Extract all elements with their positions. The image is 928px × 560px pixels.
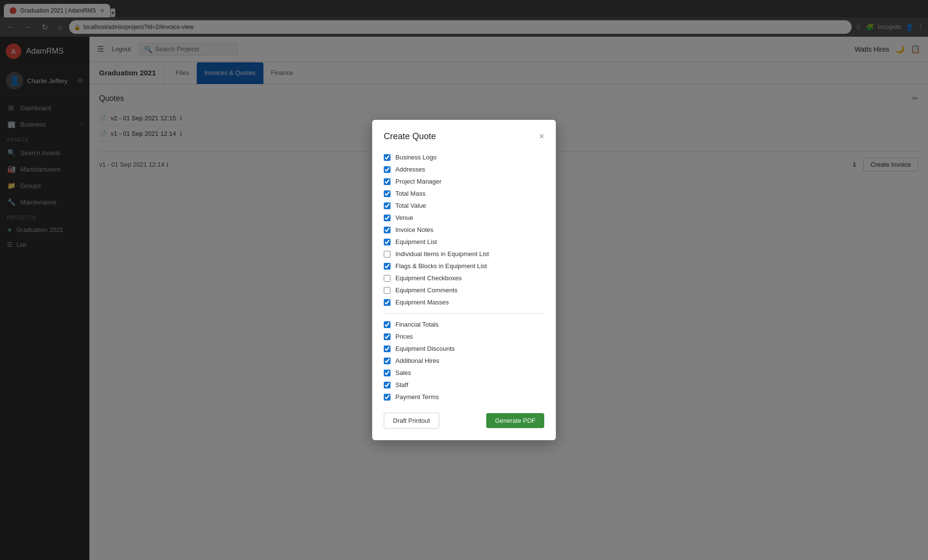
checkbox-addresses: Addresses xyxy=(384,163,544,175)
modal-title: Create Quote xyxy=(384,131,436,142)
modal-body: Business Logo Addresses Project Manager … xyxy=(384,151,544,403)
checkbox-input-venue[interactable] xyxy=(384,215,391,221)
checkbox-staff: Staff xyxy=(384,379,544,391)
checkbox-input-individual-items[interactable] xyxy=(384,251,391,258)
checkbox-input-project-manager[interactable] xyxy=(384,178,391,185)
checkbox-equipment-checkboxes: Equipment Checkboxes xyxy=(384,272,544,284)
checkbox-input-addresses[interactable] xyxy=(384,166,391,173)
modal-overlay: Create Quote × Business Logo Addresses P… xyxy=(0,0,928,560)
checkbox-input-sales[interactable] xyxy=(384,370,391,376)
checkbox-input-business-logo[interactable] xyxy=(384,154,391,161)
checkbox-label-equipment-list[interactable]: Equipment List xyxy=(395,238,437,245)
checkbox-label-total-mass[interactable]: Total Mass xyxy=(395,190,425,197)
checkbox-input-payment-terms[interactable] xyxy=(384,394,391,401)
checkbox-label-equipment-discounts[interactable]: Equipment Discounts xyxy=(395,345,455,352)
checkbox-equipment-comments: Equipment Comments xyxy=(384,284,544,296)
checkbox-label-project-manager[interactable]: Project Manager xyxy=(395,178,441,185)
checkbox-label-invoice-notes[interactable]: Invoice Notes xyxy=(395,226,434,233)
checkbox-input-total-value[interactable] xyxy=(384,202,391,209)
checkbox-input-additional-hires[interactable] xyxy=(384,358,391,364)
create-quote-modal: Create Quote × Business Logo Addresses P… xyxy=(372,120,556,440)
checkbox-label-business-logo[interactable]: Business Logo xyxy=(395,154,436,161)
checkbox-label-flags-blocks[interactable]: Flags & Blocks in Equipment List xyxy=(395,262,487,270)
checkbox-input-equipment-comments[interactable] xyxy=(384,287,391,294)
modal-footer: Draft Printout Generate PDF xyxy=(384,413,544,429)
checkbox-label-sales[interactable]: Sales xyxy=(395,369,411,376)
checkbox-input-financial-totals[interactable] xyxy=(384,321,391,328)
checkbox-label-staff[interactable]: Staff xyxy=(395,381,408,388)
checkbox-flags-blocks: Flags & Blocks in Equipment List xyxy=(384,260,544,272)
checkbox-label-individual-items[interactable]: Individual Items in Equipment List xyxy=(395,250,489,258)
checkbox-label-equipment-checkboxes[interactable]: Equipment Checkboxes xyxy=(395,274,462,282)
checkbox-additional-hires: Additional Hires xyxy=(384,355,544,367)
checkbox-prices: Prices xyxy=(384,330,544,343)
checkbox-label-venue[interactable]: Venue xyxy=(395,214,413,221)
modal-header: Create Quote × xyxy=(384,131,544,142)
modal-divider xyxy=(384,313,544,314)
checkbox-business-logo: Business Logo xyxy=(384,151,544,163)
draft-printout-button[interactable]: Draft Printout xyxy=(384,413,439,429)
checkbox-total-mass: Total Mass xyxy=(384,187,544,200)
checkbox-input-invoice-notes[interactable] xyxy=(384,227,391,233)
checkbox-input-prices[interactable] xyxy=(384,333,391,340)
checkbox-input-equipment-discounts[interactable] xyxy=(384,345,391,352)
checkbox-input-flags-blocks[interactable] xyxy=(384,263,391,270)
checkbox-label-addresses[interactable]: Addresses xyxy=(395,166,425,173)
checkbox-label-additional-hires[interactable]: Additional Hires xyxy=(395,357,439,364)
checkbox-sales: Sales xyxy=(384,367,544,379)
checkbox-label-prices[interactable]: Prices xyxy=(395,333,413,340)
checkbox-label-equipment-masses[interactable]: Equipment Masses xyxy=(395,299,449,306)
modal-close-button[interactable]: × xyxy=(539,131,544,142)
checkbox-input-equipment-checkboxes[interactable] xyxy=(384,275,391,282)
checkbox-equipment-masses: Equipment Masses xyxy=(384,296,544,308)
checkbox-equipment-discounts: Equipment Discounts xyxy=(384,343,544,355)
checkbox-project-manager: Project Manager xyxy=(384,175,544,187)
generate-pdf-button[interactable]: Generate PDF xyxy=(486,413,544,428)
checkbox-label-payment-terms[interactable]: Payment Terms xyxy=(395,393,439,401)
checkbox-input-staff[interactable] xyxy=(384,382,391,388)
checkbox-label-equipment-comments[interactable]: Equipment Comments xyxy=(395,287,458,294)
checkbox-total-value: Total Value xyxy=(384,200,544,212)
checkbox-equipment-list: Equipment List xyxy=(384,236,544,248)
checkbox-individual-items: Individual Items in Equipment List xyxy=(384,248,544,260)
checkbox-financial-totals: Financial Totals xyxy=(384,318,544,330)
checkbox-label-total-value[interactable]: Total Value xyxy=(395,202,426,209)
checkbox-input-equipment-list[interactable] xyxy=(384,239,391,245)
checkbox-venue: Venue xyxy=(384,212,544,224)
checkbox-payment-terms: Payment Terms xyxy=(384,391,544,403)
checkbox-invoice-notes: Invoice Notes xyxy=(384,224,544,236)
checkbox-input-equipment-masses[interactable] xyxy=(384,299,391,306)
checkbox-input-total-mass[interactable] xyxy=(384,190,391,197)
checkbox-label-financial-totals[interactable]: Financial Totals xyxy=(395,321,438,328)
